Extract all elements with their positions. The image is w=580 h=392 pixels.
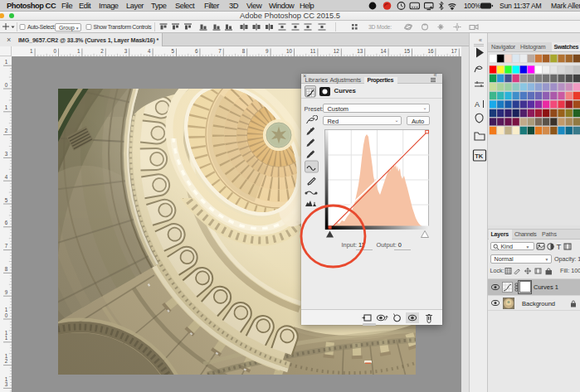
svg-text:9: 9 bbox=[266, 48, 269, 54]
svg-text:1: 1 bbox=[30, 48, 33, 54]
svg-text:2: 2 bbox=[100, 48, 104, 54]
svg-text:3: 3 bbox=[5, 381, 8, 387]
svg-text:A: A bbox=[475, 100, 480, 109]
svg-text:13: 13 bbox=[357, 48, 363, 54]
svg-text:17: 17 bbox=[451, 48, 458, 54]
svg-text:1: 1 bbox=[77, 48, 80, 54]
svg-text:1: 1 bbox=[5, 335, 8, 341]
svg-text:4: 4 bbox=[5, 174, 8, 180]
svg-text:0: 0 bbox=[5, 312, 8, 318]
svg-text:0: 0 bbox=[53, 48, 56, 54]
svg-text:3: 3 bbox=[5, 151, 8, 157]
svg-text:15: 15 bbox=[404, 48, 411, 54]
svg-text:T: T bbox=[557, 242, 562, 251]
svg-text:5: 5 bbox=[171, 48, 174, 54]
svg-text:TK: TK bbox=[475, 152, 484, 160]
svg-text:10: 10 bbox=[286, 48, 293, 54]
svg-text:16: 16 bbox=[427, 48, 434, 54]
svg-text:4: 4 bbox=[148, 48, 151, 54]
svg-text:3: 3 bbox=[124, 48, 128, 54]
svg-text:14: 14 bbox=[381, 48, 387, 54]
svg-text:7: 7 bbox=[5, 243, 8, 249]
svg-text:2: 2 bbox=[5, 128, 8, 133]
svg-text:6: 6 bbox=[5, 220, 8, 225]
svg-text:2: 2 bbox=[5, 358, 8, 364]
svg-text:0: 0 bbox=[5, 82, 8, 88]
svg-text:9: 9 bbox=[5, 289, 8, 295]
svg-text:5: 5 bbox=[5, 197, 8, 203]
svg-text:11: 11 bbox=[310, 48, 316, 54]
svg-text:1: 1 bbox=[5, 104, 8, 110]
svg-text:1: 1 bbox=[5, 59, 8, 65]
svg-text:8: 8 bbox=[5, 266, 8, 272]
svg-text:8: 8 bbox=[242, 48, 246, 54]
svg-text:12: 12 bbox=[334, 48, 340, 54]
svg-text:7: 7 bbox=[218, 48, 222, 54]
svg-text:6: 6 bbox=[195, 48, 198, 54]
